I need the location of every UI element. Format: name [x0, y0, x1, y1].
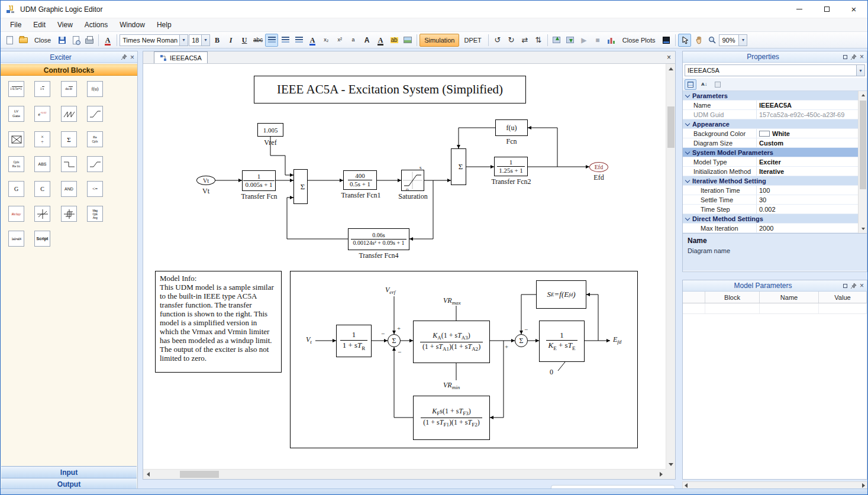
print-button[interactable]: [83, 34, 96, 47]
grow-font-button[interactable]: A: [360, 34, 373, 47]
transfer-fcn4-block[interactable]: 0.06s0.00124s² + 0.09s + 1: [348, 228, 409, 250]
palette-re-cplx-block[interactable]: ReCplx: [87, 131, 103, 147]
reference-figure[interactable]: Vt Verf VRmax VRmin Efd 0 − + − + − 11 +…: [290, 271, 638, 448]
zoom-tool-button[interactable]: [705, 34, 718, 47]
vref-constant-block[interactable]: 1.005: [257, 123, 283, 137]
pin-icon[interactable]: [121, 54, 127, 60]
column-header-name[interactable]: Name: [760, 292, 819, 303]
canvas-vertical-scrollbar[interactable]: [666, 64, 675, 469]
print-preview-button[interactable]: [69, 34, 82, 47]
font-size-combo[interactable]: 18: [189, 34, 210, 46]
column-header-block[interactable]: Block: [705, 292, 760, 303]
palette-cplx-block[interactable]: CplxRe Im: [8, 156, 24, 172]
palette-relay-block[interactable]: Relay: [8, 206, 24, 222]
pin-icon[interactable]: [850, 54, 857, 60]
pin-icon[interactable]: [850, 283, 857, 289]
property-row-settle-time[interactable]: Settle Time30: [683, 195, 858, 205]
strikethrough-button[interactable]: abc: [251, 34, 264, 47]
run-button[interactable]: ▶: [577, 34, 591, 47]
category-iterative-method-setting[interactable]: Iterative Method Setting: [683, 176, 858, 186]
palette-step-down-block[interactable]: [61, 156, 77, 172]
scroll-left-button[interactable]: [143, 470, 153, 479]
float-window-icon[interactable]: [843, 284, 847, 288]
underline-button[interactable]: U: [238, 34, 251, 47]
menu-help[interactable]: Help: [151, 19, 178, 31]
pan-tool-button[interactable]: [692, 34, 705, 47]
property-row-iteration-time[interactable]: Iteration Time100: [683, 186, 858, 195]
plot-button[interactable]: [605, 34, 618, 47]
property-grid-scrollbar[interactable]: [858, 91, 867, 233]
palette-and-block[interactable]: AND: [61, 181, 77, 197]
save-button[interactable]: [56, 34, 69, 47]
subscript-button[interactable]: x₂: [320, 34, 333, 47]
palette-mag-ang-block[interactable]: MagCplxAng: [87, 206, 103, 222]
close-plots-button[interactable]: Close Plots: [618, 34, 660, 47]
vertical-scroll-thumb[interactable]: [860, 101, 866, 189]
rotate-right-button[interactable]: ↻: [505, 34, 518, 47]
property-row-name[interactable]: NameIEEEAC5A: [683, 101, 858, 110]
palette-hysteresis-block[interactable]: [61, 206, 77, 222]
category-appearance[interactable]: Appearance: [683, 119, 858, 129]
palette-integrator-block[interactable]: 1s: [34, 81, 50, 97]
scroll-right-button[interactable]: [862, 483, 865, 488]
palette-mixer-block[interactable]: [8, 131, 24, 147]
flip-horizontal-button[interactable]: ⇄: [518, 34, 531, 47]
chevron-down-icon[interactable]: [856, 65, 864, 76]
flip-vertical-button[interactable]: ⇅: [532, 34, 545, 47]
vt-input-port[interactable]: Vt: [196, 176, 215, 185]
tab-ieeeac5a[interactable]: IEEEAC5A: [154, 51, 208, 63]
maximize-button[interactable]: [813, 1, 840, 18]
chevron-down-icon[interactable]: [685, 216, 690, 222]
property-row-background-color[interactable]: Background ColorWhite: [683, 129, 858, 138]
menu-view[interactable]: View: [51, 19, 79, 31]
categorized-view-button[interactable]: [685, 79, 696, 90]
chevron-down-icon[interactable]: [685, 93, 690, 99]
property-row-time-step[interactable]: Time Step0.002: [683, 205, 858, 214]
palette-derivative-block[interactable]: dudt: [61, 81, 77, 97]
alphabetical-sort-button[interactable]: A↓: [698, 79, 710, 90]
palette-sum-block[interactable]: Σ: [61, 131, 77, 147]
palette-exponential-block[interactable]: e-0.02: [34, 106, 50, 122]
chevron-down-icon[interactable]: [685, 121, 690, 127]
close-file-button[interactable]: Close: [30, 34, 55, 47]
float-window-icon[interactable]: [843, 55, 847, 59]
close-panel-icon[interactable]: ×: [130, 54, 134, 61]
fcn-block[interactable]: f(u): [495, 119, 528, 136]
object-selector-combo[interactable]: IEEEAC5A: [685, 64, 865, 76]
menu-actions[interactable]: Actions: [79, 19, 114, 31]
palette-less-equal-block[interactable]: <=: [87, 181, 103, 197]
minimize-button[interactable]: [786, 1, 813, 18]
select-tool-button[interactable]: [678, 34, 691, 47]
palette-limiter-block[interactable]: [87, 106, 103, 122]
new-button[interactable]: [3, 34, 16, 47]
scroll-down-button[interactable]: [859, 225, 867, 233]
zoom-level-combo[interactable]: 90%: [719, 34, 747, 46]
sum2-block[interactable]: Σ: [451, 148, 466, 185]
scroll-up-button[interactable]: [666, 64, 676, 73]
chevron-down-icon[interactable]: [201, 35, 209, 46]
italic-button[interactable]: I: [224, 34, 237, 47]
property-row-diagram-size[interactable]: Diagram SizeCustom: [683, 138, 858, 148]
scroll-up-button[interactable]: [859, 91, 867, 99]
chevron-down-icon[interactable]: [685, 150, 690, 156]
font-name-combo[interactable]: Times New Roman: [120, 34, 188, 46]
transfer-fcn1-block[interactable]: 4000.5s + 1: [343, 170, 377, 190]
insert-image-button[interactable]: [401, 34, 414, 47]
highlight-button[interactable]: ab: [388, 34, 401, 47]
scroll-left-button[interactable]: [685, 483, 688, 488]
property-row-model-type[interactable]: Model TypeExciter: [683, 157, 858, 167]
chevron-down-icon[interactable]: [685, 178, 690, 184]
palette-multiply-divide-block[interactable]: ×÷: [34, 131, 50, 147]
chevron-down-icon[interactable]: [738, 35, 747, 46]
align-left-button[interactable]: [265, 34, 278, 47]
property-row-initialization-method[interactable]: Initialization MethodIterative: [683, 167, 858, 176]
scroll-right-button[interactable]: [656, 470, 666, 479]
transfer-fcn-block[interactable]: 10.005s + 1: [242, 170, 276, 191]
close-panel-icon[interactable]: ×: [860, 282, 864, 289]
palette-constant-block[interactable]: C: [34, 181, 50, 197]
report-button[interactable]: [660, 34, 673, 47]
scroll-down-button[interactable]: [666, 460, 676, 469]
control-blocks-header[interactable]: Control Blocks: [1, 64, 137, 76]
close-button[interactable]: ×: [840, 1, 867, 18]
palette-gain-block[interactable]: G: [8, 181, 24, 197]
